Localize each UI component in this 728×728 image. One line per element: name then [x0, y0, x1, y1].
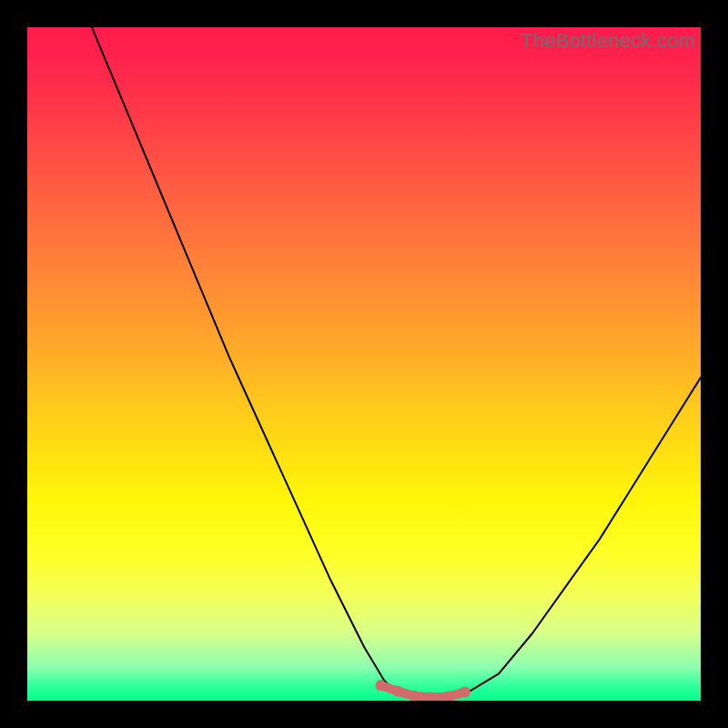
bottleneck-chart-svg: [27, 27, 701, 701]
optimal-point-dot: [460, 686, 470, 697]
chart-plot-area: TheBottleneck.com: [27, 27, 701, 701]
bottleneck-curve-line: [27, 27, 701, 701]
optimal-point-dot: [392, 686, 403, 697]
optimal-point-dot: [376, 680, 387, 691]
